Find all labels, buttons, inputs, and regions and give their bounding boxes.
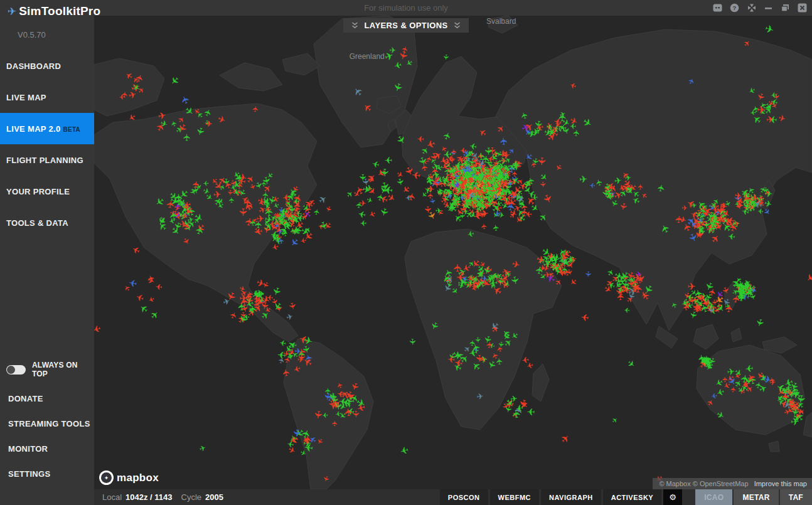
mapbox-logo[interactable]: ✦ mapbox xyxy=(99,470,159,485)
aircraft-icon[interactable]: ✈ xyxy=(408,338,417,346)
aircraft-icon[interactable]: ✈ xyxy=(495,358,504,366)
aircraft-icon[interactable]: ✈ xyxy=(764,23,775,36)
aircraft-icon[interactable]: ✈ xyxy=(291,428,301,437)
navigraph-button[interactable]: NAVIGRAPH xyxy=(541,489,601,505)
aircraft-icon[interactable]: ✈ xyxy=(681,205,688,211)
aircraft-icon[interactable]: ✈ xyxy=(553,277,564,287)
aircraft-icon[interactable]: ✈ xyxy=(168,211,180,221)
help-icon[interactable]: ? xyxy=(729,3,740,13)
live-map-canvas[interactable]: GreenlandSvalbard ✈✈✈✈✈✈✈✈✈✈✈✈✈✈✈✈✈✈✈✈✈✈… xyxy=(94,16,812,489)
aircraft-icon[interactable]: ✈ xyxy=(281,368,291,376)
always-on-top-toggle[interactable]: ALWAYS ON TOP xyxy=(0,361,94,378)
aircraft-icon[interactable]: ✈ xyxy=(368,209,377,219)
icao-button[interactable]: ICAO xyxy=(695,489,732,505)
sidebar-item-donate[interactable]: DONATE xyxy=(0,386,94,411)
aircraft-icon[interactable]: ✈ xyxy=(492,224,501,232)
aircraft-icon[interactable]: ✈ xyxy=(158,111,167,122)
minimize-icon[interactable] xyxy=(763,3,774,13)
aircraft-icon[interactable]: ✈ xyxy=(498,211,505,219)
improve-this-map-link[interactable]: Improve this map xyxy=(754,480,807,487)
aircraft-icon[interactable]: ✈ xyxy=(181,237,191,246)
aircraft-icon[interactable]: ✈ xyxy=(417,134,424,143)
aircraft-icon[interactable]: ✈ xyxy=(287,302,297,311)
gear-button[interactable]: ⚙ xyxy=(663,489,682,505)
aircraft-icon[interactable]: ✈ xyxy=(379,168,390,177)
taf-button[interactable]: TAF xyxy=(780,489,812,505)
aircraft-icon[interactable]: ✈ xyxy=(120,91,129,98)
aircraft-icon[interactable]: ✈ xyxy=(457,279,466,289)
aircraft-icon[interactable]: ✈ xyxy=(754,317,765,327)
aircraft-icon[interactable]: ✈ xyxy=(360,218,367,226)
metar-button[interactable]: METAR xyxy=(734,489,778,505)
aircraft-icon[interactable]: ✈ xyxy=(267,294,274,302)
aircraft-icon[interactable]: ✈ xyxy=(198,444,207,454)
aircraft-icon[interactable]: ✈ xyxy=(331,420,339,427)
aircraft-icon[interactable]: ✈ xyxy=(567,276,577,287)
aircraft-icon[interactable]: ✈ xyxy=(742,39,752,48)
aircraft-icon[interactable]: ✈ xyxy=(476,392,484,401)
aircraft-icon[interactable]: ✈ xyxy=(618,201,628,211)
aircraft-icon[interactable]: ✈ xyxy=(286,312,294,322)
sidebar-item-tools-data[interactable]: TOOLS & DATA xyxy=(0,207,94,238)
aircraft-icon[interactable]: ✈ xyxy=(520,110,530,120)
close-icon[interactable] xyxy=(797,3,808,13)
aircraft-icon[interactable]: ✈ xyxy=(569,80,577,90)
aircraft-icon[interactable]: ✈ xyxy=(183,134,192,141)
aircraft-icon[interactable]: ✈ xyxy=(450,149,457,156)
aircraft-icon[interactable]: ✈ xyxy=(687,77,697,86)
compress-icon[interactable] xyxy=(746,3,757,13)
aircraft-icon[interactable]: ✈ xyxy=(564,268,574,277)
layers-options-button[interactable]: LAYERS & OPTIONS xyxy=(343,18,469,33)
aircraft-icon[interactable]: ✈ xyxy=(292,364,301,374)
aircraft-icon[interactable]: ✈ xyxy=(228,197,236,203)
aircraft-icon[interactable]: ✈ xyxy=(252,105,260,113)
aircraft-icon[interactable]: ✈ xyxy=(351,85,365,98)
aircraft-icon[interactable]: ✈ xyxy=(625,174,633,183)
aircraft-icon[interactable]: ✈ xyxy=(385,156,392,165)
aircraft-icon[interactable]: ✈ xyxy=(579,174,588,185)
aircraft-icon[interactable]: ✈ xyxy=(553,162,564,172)
aircraft-icon[interactable]: ✈ xyxy=(243,292,255,302)
aircraft-icon[interactable]: ✈ xyxy=(127,112,137,123)
aircraft-icon[interactable]: ✈ xyxy=(435,207,442,215)
aircraft-icon[interactable]: ✈ xyxy=(324,205,333,213)
aircraft-icon[interactable]: ✈ xyxy=(358,174,367,181)
aircraft-icon[interactable]: ✈ xyxy=(216,114,227,125)
aircraft-icon[interactable]: ✈ xyxy=(250,219,258,226)
aircraft-icon[interactable]: ✈ xyxy=(535,265,546,275)
aircraft-icon[interactable]: ✈ xyxy=(302,435,313,445)
aircraft-icon[interactable]: ✈ xyxy=(436,174,445,184)
aircraft-icon[interactable]: ✈ xyxy=(191,180,201,189)
aircraft-icon[interactable]: ✈ xyxy=(321,475,330,482)
restore-icon[interactable] xyxy=(780,3,791,13)
aircraft-icon[interactable]: ✈ xyxy=(366,196,374,205)
aircraft-icon[interactable]: ✈ xyxy=(499,137,510,146)
aircraft-icon[interactable]: ✈ xyxy=(147,295,156,304)
aircraft-icon[interactable]: ✈ xyxy=(747,85,757,95)
sidebar-item-monitor[interactable]: MONITOR xyxy=(0,436,94,461)
aircraft-icon[interactable]: ✈ xyxy=(511,259,521,270)
aircraft-icon[interactable]: ✈ xyxy=(94,323,102,334)
aircraft-icon[interactable]: ✈ xyxy=(398,444,409,456)
aircraft-icon[interactable]: ✈ xyxy=(194,126,206,137)
aircraft-icon[interactable]: ✈ xyxy=(623,306,629,314)
aircraft-icon[interactable]: ✈ xyxy=(203,179,209,186)
aircraft-icon[interactable]: ✈ xyxy=(317,194,329,206)
aircraft-icon[interactable]: ✈ xyxy=(558,432,572,445)
aircraft-icon[interactable]: ✈ xyxy=(389,47,396,55)
aircraft-icon[interactable]: ✈ xyxy=(154,282,162,291)
aircraft-icon[interactable]: ✈ xyxy=(626,358,637,369)
aircraft-icon[interactable]: ✈ xyxy=(709,233,722,245)
aircraft-icon[interactable]: ✈ xyxy=(136,85,146,95)
aircraft-icon[interactable]: ✈ xyxy=(394,134,408,147)
aircraft-icon[interactable]: ✈ xyxy=(724,304,735,314)
aircraft-icon[interactable]: ✈ xyxy=(777,114,786,124)
aircraft-icon[interactable]: ✈ xyxy=(467,230,476,239)
sidebar-item-your-profile[interactable]: YOUR PROFILE xyxy=(0,176,94,207)
aircraft-icon[interactable]: ✈ xyxy=(393,60,403,71)
aircraft-icon[interactable]: ✈ xyxy=(580,116,594,130)
aircraft-icon[interactable]: ✈ xyxy=(541,193,554,206)
aircraft-icon[interactable]: ✈ xyxy=(533,126,543,134)
aircraft-icon[interactable]: ✈ xyxy=(715,410,725,421)
aircraft-icon[interactable]: ✈ xyxy=(288,235,301,248)
